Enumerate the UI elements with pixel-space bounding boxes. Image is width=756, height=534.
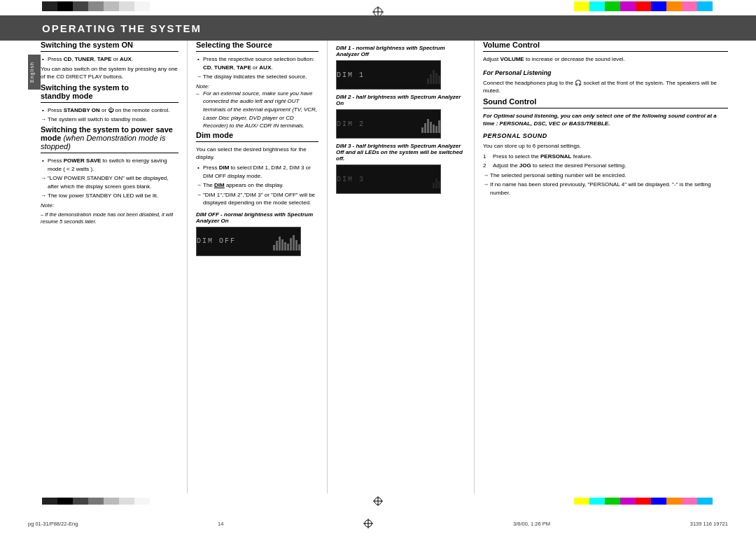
bar (438, 76, 440, 84)
bar (284, 242, 286, 251)
dim1-spectrum (427, 66, 440, 84)
column-1: Switching the system ON Press CD, TUNER,… (41, 41, 188, 493)
bar (433, 125, 435, 133)
bar (281, 239, 284, 251)
body-personal-listening: Connect the headphones plug to the 🎧 soc… (483, 79, 728, 95)
bullet-dim: Press DIM to select DIM 1, DIM 2, DIM 3 … (196, 164, 318, 180)
dim2-display-text: DIM 2 (337, 120, 365, 128)
color-block (119, 498, 134, 505)
color-block (104, 1, 119, 11)
section-heading-source: Selecting the Source (196, 41, 318, 52)
arrow-power-save-2: The low power STANDBY ON LED will be lit… (41, 192, 178, 200)
body-dim: You can select the desired brightness fo… (196, 146, 318, 162)
bar (430, 122, 432, 133)
personal-sound-heading: PERSONAL SOUND (483, 132, 728, 139)
note-label-source: Note: (196, 83, 318, 90)
section-dim: Dim mode You can select the desired brig… (196, 131, 318, 256)
color-block (57, 1, 73, 11)
bottom-registration-bar (0, 496, 756, 506)
arrow-dim-1: The DIM appears on the display. (196, 181, 318, 190)
arrow-power-save-1: "LOW POWER STANDBY ON" will be displayed… (41, 174, 178, 190)
note-power-save: – If the demonstration mode has not been… (41, 211, 178, 226)
dimoff-display-text: DIM OFF (197, 237, 236, 245)
arrow-source: The display indicates the selected sourc… (196, 73, 318, 81)
color-block (574, 1, 589, 11)
color-block (88, 1, 104, 11)
section-standby: Switching the system tostandby mode Pres… (41, 83, 178, 124)
bar (427, 78, 429, 84)
dim2-spectrum (421, 115, 440, 133)
numbered-1: 1 Press to select the PERSONAL feature. (483, 153, 728, 161)
bar (293, 235, 295, 251)
bar (276, 241, 278, 251)
bar (421, 127, 424, 133)
bar (287, 244, 289, 251)
color-block (589, 498, 605, 505)
body-volume: Adjust VOLUME to increase or decrease th… (483, 55, 728, 64)
dim1-display: DIM 1 (336, 60, 441, 90)
arrow-dim-2: "DIM 1","DIM 2","DIM 3" or "DIM OFF" wil… (196, 191, 318, 207)
bar (290, 238, 292, 251)
dimoff-display: DIM OFF (196, 227, 301, 256)
bullet-source: Press the respective source selection bu… (196, 55, 318, 71)
color-block (589, 1, 605, 11)
bar (435, 73, 438, 84)
color-block (682, 498, 697, 505)
dim1-display-text: DIM 1 (337, 71, 365, 79)
footer-timestamp: 3/6/00, 1:26 PM (513, 521, 550, 527)
color-block (697, 1, 713, 11)
bar (430, 74, 432, 84)
sub-heading-personal-listening: For Personal Listening (483, 69, 728, 76)
section-power-save: Switching the system to power save mode … (41, 125, 178, 226)
body-sound-optimal: For Optimal sound listening, you can onl… (483, 112, 728, 128)
dim1-section: DIM 1 - normal brightness with Spectrum … (336, 45, 465, 90)
bar (298, 244, 300, 251)
dim3-display-text: DIM 3 (337, 176, 365, 183)
color-block (605, 498, 620, 505)
main-columns: Switching the system ON Press CD, TUNER,… (41, 41, 728, 493)
color-block (636, 1, 651, 11)
body-switching-on: You can also switch on the system by pre… (41, 65, 178, 81)
dimoff-spectrum (273, 232, 300, 251)
color-block (605, 1, 620, 11)
footer-page-num-left: 14 (218, 521, 223, 527)
color-block (682, 1, 697, 11)
bar (435, 126, 438, 133)
bullet-standby: Press STANDBY ON or ⏻ on the remote cont… (41, 106, 178, 115)
page-header: OPERATING THE SYSTEM (0, 15, 756, 41)
color-block (104, 498, 119, 505)
column-4: Volume Control Adjust VOLUME to increase… (475, 41, 728, 493)
color-block (666, 498, 682, 505)
bar (435, 178, 438, 188)
note-label-power-save: Note: (41, 202, 178, 209)
color-block (574, 498, 589, 505)
color-block (57, 498, 73, 505)
bar (433, 183, 435, 188)
dim3-label: DIM 3 - half brightness with Spectrum An… (336, 143, 465, 162)
section-heading-volume: Volume Control (483, 41, 728, 52)
dim3-display: DIM 3 (336, 164, 441, 194)
color-block (620, 1, 636, 11)
color-blocks-right (574, 1, 728, 11)
footer-page-ref: pg 01-31/P88/22-Eng (28, 521, 78, 527)
numbered-2: 2 Adjust the JOG to select the desired P… (483, 162, 728, 170)
bullet-switching-on: Press CD, TUNER, TAPE or AUX. (41, 55, 178, 64)
color-block (119, 1, 134, 11)
section-heading-power-save: Switching the system to power save mode … (41, 125, 178, 153)
language-tab: English (28, 55, 41, 90)
top-registration-bar (0, 0, 756, 13)
color-block (620, 498, 636, 505)
section-volume: Volume Control Adjust VOLUME to increase… (483, 41, 728, 95)
section-heading-sound: Sound Control (483, 97, 728, 108)
bar (273, 245, 275, 251)
color-block (42, 1, 57, 11)
arrow-sound-1: The selected personal setting number wil… (483, 171, 728, 180)
arrow-standby: The system will switch to standby mode. (41, 115, 178, 124)
bar (438, 120, 440, 133)
dimoff-label: DIM OFF - normal brightness with Spectru… (196, 211, 318, 224)
dash-source: For an external source, make sure you ha… (196, 90, 318, 130)
dim3-section: DIM 3 - half brightness with Spectrum An… (336, 143, 465, 194)
bar (433, 70, 435, 84)
bar (427, 119, 429, 133)
color-block (651, 1, 666, 11)
